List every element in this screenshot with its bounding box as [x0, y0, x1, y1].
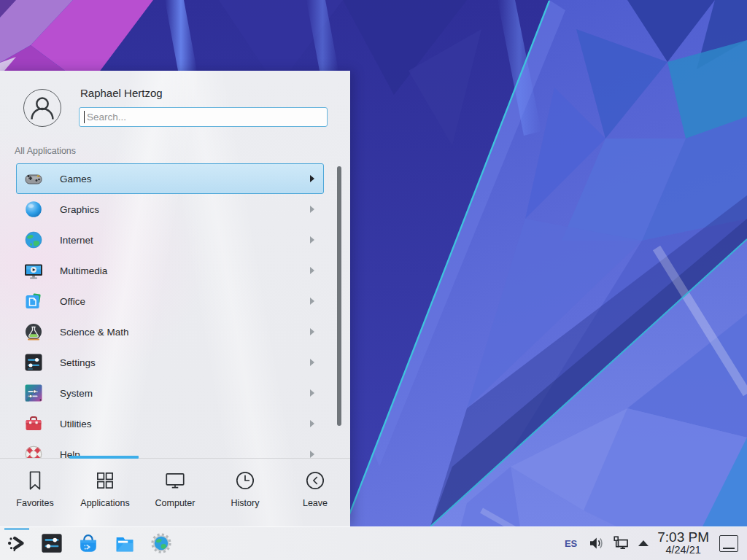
- category-list: Games Graphics: [0, 163, 350, 458]
- kde-launcher-icon: [5, 532, 28, 555]
- category-label: Internet: [60, 235, 93, 246]
- taskbar: ES 7:03 PM 4/24/21: [0, 526, 747, 560]
- bookmark-icon: [23, 469, 47, 492]
- toolbox-icon: [23, 413, 44, 434]
- submenu-arrow-icon: [310, 298, 314, 305]
- documents-icon: [23, 291, 44, 311]
- category-label: Science & Math: [60, 327, 129, 338]
- sphere-icon: [23, 199, 44, 219]
- search-input[interactable]: [79, 107, 328, 127]
- active-task-indicator: [4, 528, 29, 530]
- media-monitor-icon: [23, 260, 44, 281]
- submenu-arrow-icon: [310, 328, 314, 335]
- user-avatar-icon: [24, 90, 61, 126]
- tab-applications[interactable]: Applications: [70, 459, 140, 526]
- submenu-arrow-icon: [310, 451, 314, 458]
- system-sliders-icon: [23, 383, 44, 403]
- submenu-arrow-icon: [310, 267, 314, 274]
- digital-clock[interactable]: 7:03 PM 4/24/21: [657, 530, 709, 556]
- monitor-icon: [163, 469, 187, 492]
- folder-icon: [113, 532, 136, 555]
- discover-button[interactable]: [74, 528, 102, 559]
- category-multimedia[interactable]: Multimedia: [16, 255, 324, 286]
- network-icon[interactable]: [612, 534, 630, 552]
- category-office[interactable]: Office: [16, 286, 324, 316]
- system-settings-button[interactable]: [38, 528, 66, 559]
- application-launcher-button[interactable]: [3, 528, 31, 559]
- category-science-math[interactable]: Science & Math: [16, 316, 324, 347]
- tab-favorites[interactable]: Favorites: [0, 459, 70, 526]
- show-desktop-button[interactable]: [719, 535, 738, 552]
- desktop: Raphael Hertzog All Applications: [0, 0, 747, 560]
- user-name: Raphael Hertzog: [80, 87, 163, 99]
- submenu-arrow-icon: [310, 389, 314, 397]
- category-settings[interactable]: Settings: [16, 347, 324, 378]
- volume-icon[interactable]: [587, 534, 605, 552]
- category-utilities[interactable]: Utilities: [16, 408, 324, 439]
- lifebuoy-icon: [23, 444, 44, 458]
- category-label: Multimedia: [60, 265, 107, 276]
- clock-time: 7:03 PM: [657, 530, 709, 545]
- submenu-arrow-icon: [310, 236, 314, 244]
- tab-label: History: [231, 498, 260, 508]
- system-tray: ES 7:03 PM 4/24/21: [565, 526, 740, 560]
- category-system[interactable]: System: [16, 378, 324, 408]
- submenu-arrow-icon: [310, 359, 314, 366]
- leave-icon: [303, 469, 327, 492]
- grid-icon: [93, 469, 117, 492]
- category-label: System: [60, 388, 93, 399]
- section-label: All Applications: [15, 146, 76, 156]
- gamepad-icon: [23, 168, 44, 189]
- submenu-arrow-icon: [310, 420, 314, 427]
- category-label: Office: [60, 296, 85, 307]
- discover-bag-icon: [77, 532, 100, 555]
- submenu-arrow-icon: [310, 175, 314, 182]
- text-cursor: [84, 111, 85, 123]
- clock-icon: [233, 469, 257, 492]
- search-field-wrap: [79, 107, 328, 127]
- category-label: Utilities: [60, 419, 92, 429]
- launcher-tab-bar: Favorites Applications Computer: [0, 459, 350, 526]
- launcher-header: Raphael Hertzog: [0, 71, 350, 135]
- category-games[interactable]: Games: [16, 163, 324, 194]
- sliders-icon: [23, 352, 44, 373]
- tab-label: Applications: [80, 498, 129, 508]
- category-internet[interactable]: Internet: [16, 225, 324, 255]
- category-help[interactable]: Help: [16, 439, 324, 458]
- globe-gear-icon: [150, 532, 173, 555]
- application-launcher-popup: Raphael Hertzog All Applications: [0, 71, 350, 526]
- tab-leave[interactable]: Leave: [280, 459, 350, 526]
- flask-icon: [23, 322, 44, 342]
- category-label: Graphics: [60, 204, 99, 215]
- tab-label: Leave: [303, 498, 328, 508]
- expand-tray-icon[interactable]: [638, 540, 649, 546]
- web-browser-button[interactable]: [147, 528, 175, 559]
- system-settings-icon: [40, 532, 63, 555]
- tab-computer[interactable]: Computer: [140, 459, 210, 526]
- list-scrollbar[interactable]: [337, 166, 341, 426]
- file-manager-button[interactable]: [111, 528, 139, 559]
- keyboard-layout-indicator[interactable]: ES: [565, 538, 577, 549]
- tab-history[interactable]: History: [210, 459, 280, 526]
- clock-date: 4/24/21: [657, 545, 709, 556]
- category-graphics[interactable]: Graphics: [16, 194, 324, 225]
- user-avatar[interactable]: [23, 89, 61, 127]
- category-label: Settings: [60, 357, 96, 368]
- submenu-arrow-icon: [310, 206, 314, 213]
- tab-label: Computer: [155, 498, 196, 508]
- category-label: Games: [60, 174, 92, 184]
- tab-label: Favorites: [16, 498, 53, 508]
- globe-icon: [23, 230, 44, 250]
